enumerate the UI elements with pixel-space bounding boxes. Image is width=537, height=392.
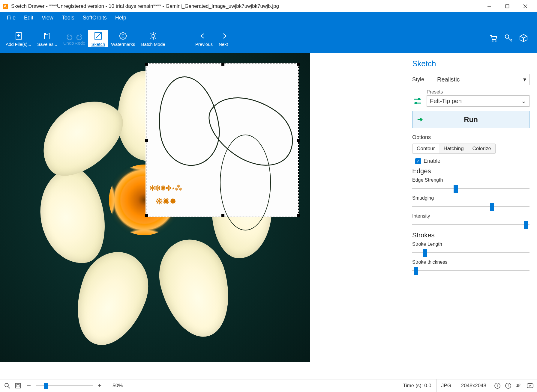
zoom-actual-icon[interactable] <box>3 382 11 390</box>
edges-heading: Edges <box>412 167 530 175</box>
edge-strength-slider[interactable] <box>412 184 530 193</box>
app-window: Sketch Drawer - ****Unregistered version… <box>0 0 537 392</box>
save-icon <box>43 31 52 40</box>
svg-line-19 <box>151 38 152 39</box>
smudging-slider[interactable] <box>412 202 530 211</box>
box-icon[interactable] <box>519 33 528 43</box>
edge-strength-label: Edge Strength <box>412 177 530 183</box>
youtube-icon[interactable] <box>526 383 534 389</box>
cart-icon[interactable] <box>489 33 498 43</box>
zoom-slider[interactable] <box>36 381 93 390</box>
sketch-panel: Sketch Style Realistic ▾ Presets Felt-Ti… <box>405 53 537 379</box>
menu-view[interactable]: View <box>38 15 58 21</box>
titlebar: Sketch Drawer - ****Unregistered version… <box>0 0 537 12</box>
add-files-button[interactable]: Add File(s)... <box>3 30 34 47</box>
options-tabs: Contour Hatching Colorize <box>412 144 496 154</box>
tab-colorize[interactable]: Colorize <box>468 144 495 153</box>
preview-selection[interactable]: ✻❇✺✤⋆⁂ ❋✹✸ <box>146 64 299 216</box>
panel-heading: Sketch <box>412 59 530 68</box>
status-format: JPG <box>436 379 456 392</box>
info-icon[interactable]: i <box>494 382 501 389</box>
menubar: File Edit View Tools SoftOrbits Help <box>0 12 537 23</box>
svg-line-25 <box>511 39 512 40</box>
zoom-out-button[interactable]: − <box>25 382 33 390</box>
svg-rect-33 <box>17 385 19 387</box>
svg-rect-29 <box>415 102 417 104</box>
app-icon <box>3 3 9 9</box>
smudging-label: Smudging <box>412 195 530 201</box>
canvas-area[interactable]: ✻❇✺✤⋆⁂ ❋✹✸ <box>0 53 405 379</box>
presets-label: Presets <box>427 89 530 95</box>
next-button[interactable]: Next <box>216 30 231 47</box>
style-select[interactable]: Realistic ▾ <box>434 74 530 85</box>
enable-checkbox[interactable]: ✓ <box>415 158 421 164</box>
undo-icon[interactable] <box>66 34 74 40</box>
stroke-length-slider[interactable] <box>412 248 530 257</box>
svg-point-22 <box>495 40 496 42</box>
redo-icon[interactable] <box>75 34 83 40</box>
svg-rect-2 <box>506 4 509 8</box>
svg-line-17 <box>151 33 152 34</box>
svg-line-18 <box>155 38 156 39</box>
zoom-value: 50% <box>112 383 123 389</box>
menu-file[interactable]: File <box>3 15 20 21</box>
statusbar: − + 50% Time (s): 0.0 JPG 2048x2048 i f <box>0 379 537 392</box>
chevron-down-icon: ▾ <box>523 76 526 83</box>
svg-point-30 <box>5 383 8 387</box>
menu-softorbits[interactable]: SoftOrbits <box>79 15 111 21</box>
undo-redo-group: Undo Redo <box>60 31 88 46</box>
zoom-in-button[interactable]: + <box>96 382 104 390</box>
add-file-icon <box>14 31 23 40</box>
key-icon[interactable] <box>504 33 513 43</box>
copyright-icon: C <box>118 31 128 40</box>
watermarks-button[interactable]: C Watermarks <box>108 30 138 47</box>
menu-help[interactable]: Help <box>111 15 130 21</box>
body: ✻❇✺✤⋆⁂ ❋✹✸ Sketch Style <box>0 53 537 379</box>
svg-point-12 <box>152 34 155 37</box>
fit-screen-icon[interactable] <box>14 382 22 390</box>
intensity-slider[interactable] <box>412 220 530 229</box>
svg-point-21 <box>492 40 494 42</box>
status-dimensions: 2048x2048 <box>456 379 491 392</box>
stroke-thickness-slider[interactable] <box>412 266 530 275</box>
run-arrow-icon: ➔ <box>417 116 423 123</box>
chevron-down-icon: ⌄ <box>521 97 526 105</box>
menu-tools[interactable]: Tools <box>58 15 79 21</box>
status-time: Time (s): 0.0 <box>398 379 436 392</box>
menu-edit[interactable]: Edit <box>20 15 38 21</box>
svg-line-31 <box>8 387 10 388</box>
strokes-heading: Strokes <box>412 231 530 239</box>
sketch-button[interactable]: Sketch <box>88 30 108 47</box>
previous-button[interactable]: Previous <box>192 30 216 47</box>
intensity-label: Intensity <box>412 213 530 219</box>
tab-hatching[interactable]: Hatching <box>439 144 468 153</box>
presets-select[interactable]: Felt-Tip pen ⌄ <box>427 95 530 107</box>
options-label: Options <box>412 134 530 141</box>
tab-contour[interactable]: Contour <box>412 144 439 153</box>
close-button[interactable] <box>516 0 534 12</box>
presets-settings-icon[interactable] <box>412 96 423 107</box>
maximize-button[interactable] <box>498 0 516 12</box>
window-title: Sketch Drawer - ****Unregistered version… <box>11 3 480 9</box>
svg-rect-27 <box>418 98 420 100</box>
save-as-button[interactable]: Save as... <box>34 30 60 47</box>
style-label: Style <box>412 76 430 83</box>
minimize-button[interactable] <box>480 0 498 12</box>
arrow-left-icon <box>200 31 208 40</box>
stroke-thickness-label: Stroke thickness <box>412 260 530 265</box>
image-canvas[interactable]: ✻❇✺✤⋆⁂ ❋✹✸ <box>0 53 310 362</box>
svg-text:i: i <box>497 384 498 388</box>
arrow-right-icon <box>219 31 228 40</box>
svg-rect-8 <box>46 33 48 35</box>
svg-line-20 <box>155 33 156 34</box>
svg-rect-32 <box>16 383 20 388</box>
facebook-icon[interactable]: f <box>505 382 512 389</box>
run-button[interactable]: ➔ Run <box>412 111 530 128</box>
window-controls <box>480 0 534 12</box>
batch-mode-button[interactable]: Batch Mode <box>138 30 168 47</box>
enable-label: Enable <box>424 158 440 164</box>
ribbon: Add File(s)... Save as... Undo Redo Sket… <box>0 23 537 53</box>
sketch-icon <box>94 31 103 40</box>
twitter-icon[interactable] <box>516 382 522 389</box>
svg-text:C: C <box>122 34 124 38</box>
